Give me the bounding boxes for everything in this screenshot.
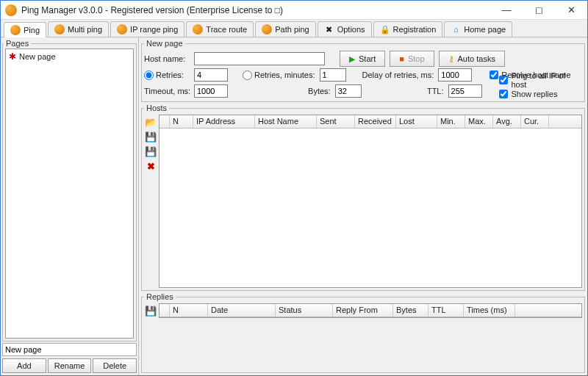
play-icon: ▶ <box>349 54 355 64</box>
open-folder-icon[interactable]: 📂 <box>145 116 157 128</box>
ping-icon <box>10 25 21 35</box>
col-received[interactable]: Received <box>355 115 396 128</box>
replies-legend: Replies <box>144 292 176 301</box>
tab-path-ping[interactable]: Path ping <box>255 21 315 37</box>
new-page-legend: New page <box>144 39 185 48</box>
col-ttl[interactable]: TTL <box>429 304 464 317</box>
replies-group: Replies 💾 N Date Status Reply From Bytes… <box>141 292 585 373</box>
ping-icon <box>54 24 65 35</box>
home-icon: ⌂ <box>451 24 461 35</box>
maximize-button[interactable]: ◻ <box>523 1 555 19</box>
wrench-icon: ✖ <box>324 24 334 35</box>
start-button[interactable]: ▶ Start <box>340 51 385 67</box>
col-handle[interactable] <box>159 304 170 317</box>
rename-button[interactable]: Rename <box>48 358 92 373</box>
delay-input[interactable] <box>438 68 472 82</box>
show-replies-checkbox[interactable]: Show replies <box>499 90 582 98</box>
save-icon[interactable]: 💾 <box>145 305 157 317</box>
col-hostname[interactable]: Host Name <box>255 115 317 128</box>
hosts-grid-body[interactable] <box>159 129 581 287</box>
tab-ping[interactable]: Ping <box>4 22 46 37</box>
auto-tasks-button[interactable]: ⚷ Auto tasks <box>439 51 505 67</box>
tab-label: Path ping <box>275 25 309 34</box>
retries-minutes-input[interactable] <box>320 68 346 82</box>
tab-label: Trace route <box>206 25 247 34</box>
delay-label: Delay of retries, ms: <box>362 70 434 79</box>
hostname-label: Host name: <box>144 54 190 63</box>
delete-button[interactable]: Delete <box>93 358 137 373</box>
col-bytes[interactable]: Bytes <box>393 304 429 317</box>
stop-button[interactable]: ■ Stop <box>390 51 434 67</box>
hosts-legend: Hosts <box>144 104 169 112</box>
tab-bar: Ping Multi ping IP range ping Trace rout… <box>1 20 587 37</box>
ping-icon <box>117 24 127 35</box>
col-min[interactable]: Min. <box>437 115 465 128</box>
tab-trace-route[interactable]: Trace route <box>186 21 254 37</box>
replies-grid[interactable]: N Date Status Reply From Bytes TTL Times… <box>159 303 582 318</box>
replies-header: N Date Status Reply From Bytes TTL Times… <box>159 304 581 317</box>
col-spacer <box>549 115 581 128</box>
pages-list[interactable]: ✱ New page <box>5 48 134 339</box>
stop-icon: ■ <box>399 54 404 63</box>
retries-minutes-radio[interactable]: Retries, minutes: <box>243 70 315 80</box>
save-as-icon[interactable]: 💾 <box>145 145 157 157</box>
tab-options[interactable]: ✖ Options <box>318 21 372 37</box>
add-button[interactable]: Add <box>2 358 46 373</box>
pages-panel: Pages ✱ New page Add Rename Delete <box>1 37 139 375</box>
tab-label: Registration <box>393 25 437 34</box>
col-lost[interactable]: Lost <box>396 115 437 128</box>
ttl-label: TTL: <box>427 87 444 95</box>
titlebar: Ping Manager v3.0.0 - Registered version… <box>1 1 587 20</box>
hosts-header: N IP Address Host Name Sent Received Los… <box>159 115 581 129</box>
hostname-input[interactable] <box>194 52 325 65</box>
bytes-input[interactable] <box>335 84 362 98</box>
new-page-group: New page Host name: ▶ Start ■ Stop ⚷ Aut… <box>141 39 585 102</box>
tab-label: IP range ping <box>130 25 178 34</box>
col-replyfrom[interactable]: Reply From <box>333 304 393 317</box>
tab-label: Ping <box>24 26 40 35</box>
col-avg[interactable]: Avg. <box>493 115 521 128</box>
retries-radio-input[interactable] <box>144 70 154 80</box>
col-sent[interactable]: Sent <box>317 115 355 128</box>
save-icon[interactable]: 💾 <box>145 131 157 142</box>
col-max[interactable]: Max. <box>465 115 493 128</box>
pages-legend: Pages <box>4 39 31 48</box>
col-status[interactable]: Status <box>276 304 333 317</box>
tab-home-page[interactable]: ⌂ Home page <box>444 21 512 37</box>
replies-toolbar: 💾 <box>144 303 157 318</box>
retries-radio[interactable]: Retries: <box>144 70 190 80</box>
hosts-group: Hosts 📂 💾 💾 ✖ N IP Address Host Name Sen… <box>141 104 585 291</box>
tab-ip-range-ping[interactable]: IP range ping <box>110 21 184 37</box>
col-times[interactable]: Times (ms) <box>464 304 515 317</box>
ping-icon <box>193 24 203 35</box>
lock-icon: 🔒 <box>380 24 390 35</box>
app-icon <box>5 4 17 16</box>
hosts-toolbar: 📂 💾 💾 ✖ <box>144 115 157 288</box>
window-title: Ping Manager v3.0.0 - Registered version… <box>21 5 490 15</box>
col-date[interactable]: Date <box>208 304 276 317</box>
col-cur[interactable]: Cur. <box>521 115 549 128</box>
timeout-label: Timeout, ms: <box>144 87 190 95</box>
minimize-button[interactable]: — <box>490 1 523 19</box>
col-n[interactable]: N <box>170 304 208 317</box>
tab-registration[interactable]: 🔒 Registration <box>373 21 443 37</box>
retries-input[interactable] <box>194 68 228 82</box>
page-item-label: New page <box>19 52 56 61</box>
col-ip[interactable]: IP Address <box>193 115 255 128</box>
retries-minutes-radio-input[interactable] <box>243 70 252 80</box>
page-item-icon: ✱ <box>9 51 16 62</box>
new-page-input[interactable] <box>2 343 137 356</box>
timeout-input[interactable] <box>194 84 228 98</box>
ping-all-checkbox[interactable]: Ping to all IP of host <box>499 71 582 89</box>
tab-label: Multi ping <box>68 25 102 34</box>
bytes-label: Bytes: <box>308 87 331 95</box>
col-handle[interactable] <box>159 115 170 128</box>
close-button[interactable]: ✕ <box>555 1 587 19</box>
list-item[interactable]: ✱ New page <box>7 51 132 62</box>
tab-multi-ping[interactable]: Multi ping <box>48 21 109 37</box>
tab-label: Home page <box>464 25 506 34</box>
col-n[interactable]: N <box>170 115 193 128</box>
delete-icon[interactable]: ✖ <box>145 160 157 172</box>
ttl-input[interactable] <box>448 84 482 98</box>
hosts-grid[interactable]: N IP Address Host Name Sent Received Los… <box>159 115 582 288</box>
